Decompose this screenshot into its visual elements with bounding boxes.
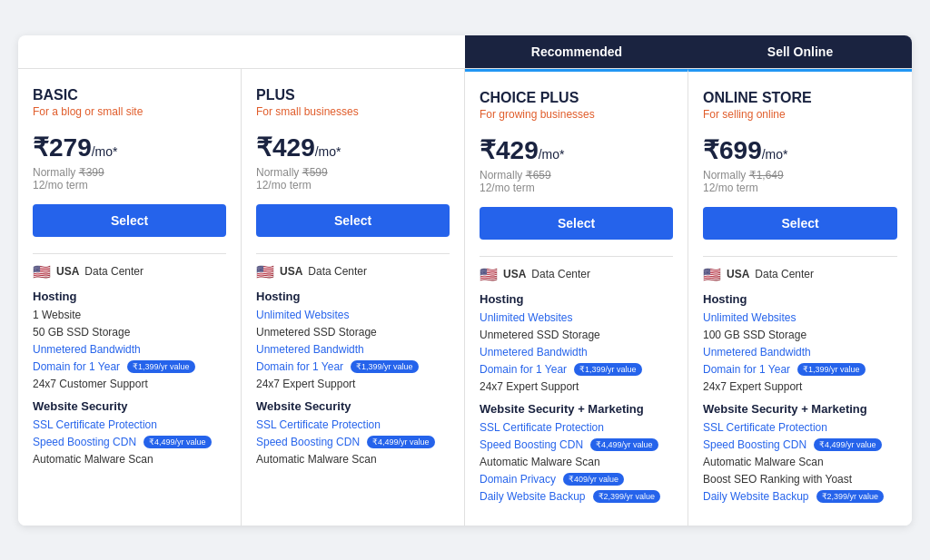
security-label: Website Security — [256, 399, 450, 413]
divider — [33, 253, 226, 254]
badge: ₹1,399/yr value — [127, 360, 195, 373]
per-mo: /mo* — [762, 147, 788, 162]
plan-price: ₹429/mo* — [480, 135, 673, 165]
select-button-online-store[interactable]: Select — [703, 207, 897, 240]
security-item: SSL Certificate Protection — [703, 421, 897, 434]
feature-item: 24x7 Expert Support — [480, 380, 673, 393]
feature-item: Unmetered Bandwidth — [480, 346, 673, 359]
feature-item: Unmetered Bandwidth — [33, 343, 226, 356]
data-center-row: 🇺🇸 USA Data Center — [33, 263, 226, 280]
data-center-row: 🇺🇸 USA Data Center — [703, 266, 897, 283]
badge: ₹4,499/yr value — [814, 438, 882, 451]
plan-subtitle: For a blog or small site — [33, 105, 226, 118]
security-item: Speed Boosting CDN₹4,499/yr value — [33, 436, 226, 448]
flag-icon: 🇺🇸 — [256, 263, 274, 280]
per-mo: /mo* — [539, 147, 565, 162]
feature-item: Unlimited Websites — [703, 311, 897, 324]
data-center-label: Data Center — [531, 268, 590, 280]
security-item: Daily Website Backup₹2,399/yr value — [480, 490, 673, 503]
security-item: Daily Website Backup₹2,399/yr value — [703, 490, 897, 503]
flag-icon: 🇺🇸 — [703, 266, 721, 283]
feature-item: Domain for 1 Year₹1,399/yr value — [480, 363, 673, 376]
feature-item: 100 GB SSD Storage — [703, 329, 897, 341]
plan-name: ONLINE STORE — [703, 90, 897, 106]
badge: ₹4,499/yr value — [367, 436, 435, 448]
data-center-row: 🇺🇸 USA Data Center — [480, 266, 673, 283]
badge: ₹1,399/yr value — [351, 360, 419, 373]
per-mo: /mo* — [315, 144, 341, 159]
flag-icon: 🇺🇸 — [33, 263, 51, 280]
plan-normally: Normally ₹659 — [480, 169, 673, 182]
feature-item: Unlimited Websites — [256, 309, 450, 321]
security-item: SSL Certificate Protection — [33, 418, 226, 431]
security-item: Boost SEO Ranking with Yoast — [703, 473, 897, 486]
flag-icon: 🇺🇸 — [480, 266, 498, 283]
badge: ₹1,399/yr value — [797, 363, 866, 376]
select-button-plus[interactable]: Select — [256, 204, 450, 237]
feature-item: Unmetered Bandwidth — [256, 343, 450, 356]
data-center-row: 🇺🇸 USA Data Center — [256, 263, 450, 280]
data-center-label: Data Center — [84, 265, 143, 278]
feature-item: 24x7 Expert Support — [703, 380, 897, 393]
security-label: Website Security — [33, 399, 226, 413]
plan-price: ₹429/mo* — [256, 133, 450, 162]
data-center-label: Data Center — [308, 265, 367, 278]
plan-subtitle: For small businesses — [256, 105, 450, 118]
select-button-choice-plus[interactable]: Select — [480, 207, 673, 240]
security-item: SSL Certificate Protection — [256, 418, 450, 431]
security-label: Website Security + Marketing — [703, 402, 897, 416]
usa-label: USA — [56, 265, 79, 278]
hosting-label: Hosting — [33, 290, 226, 303]
plan-price: ₹699/mo* — [703, 135, 897, 165]
plan-subtitle: For growing businesses — [480, 108, 673, 121]
security-item: Automatic Malware Scan — [703, 456, 897, 468]
recommended-label: Recommended — [465, 35, 688, 68]
plan-col-basic: BASIC For a blog or small site ₹279/mo* … — [18, 69, 242, 526]
plan-name: CHOICE PLUS — [480, 90, 673, 106]
plan-col-plus: PLUS For small businesses ₹429/mo* Norma… — [242, 69, 465, 526]
plan-price: ₹279/mo* — [33, 133, 226, 162]
plan-normally: Normally ₹1,649 — [703, 169, 897, 182]
security-label: Website Security + Marketing — [480, 402, 673, 416]
sell-online-label: Sell Online — [688, 35, 912, 68]
badge: ₹4,499/yr value — [143, 436, 212, 448]
security-item: Speed Boosting CDN₹4,499/yr value — [703, 438, 897, 451]
badge: ₹2,399/yr value — [816, 490, 885, 503]
badge: ₹4,499/yr value — [590, 438, 658, 451]
feature-item: Unmetered SSD Storage — [256, 326, 450, 339]
data-center-label: Data Center — [755, 268, 814, 280]
pricing-container: Recommended Sell Online BASIC For a blog… — [18, 35, 912, 526]
feature-item: 50 GB SSD Storage — [33, 326, 226, 339]
empty-label-2 — [242, 35, 465, 68]
empty-label-1 — [18, 35, 242, 68]
feature-item: Unlimited Websites — [480, 311, 673, 324]
badge: ₹409/yr value — [563, 473, 624, 486]
feature-item: Domain for 1 Year₹1,399/yr value — [703, 363, 897, 376]
divider — [256, 253, 450, 254]
hosting-label: Hosting — [703, 292, 897, 306]
badge: ₹2,399/yr value — [593, 490, 661, 503]
plan-term: 12/mo term — [256, 179, 450, 192]
security-item: Automatic Malware Scan — [33, 453, 226, 466]
plan-col-choice-plus: CHOICE PLUS For growing businesses ₹429/… — [465, 69, 688, 526]
feature-item: Unmetered SSD Storage — [480, 329, 673, 341]
select-button-basic[interactable]: Select — [33, 204, 226, 237]
per-mo: /mo* — [92, 144, 118, 159]
feature-item: 1 Website — [33, 309, 226, 321]
top-labels-row: Recommended Sell Online — [18, 35, 912, 68]
security-item: SSL Certificate Protection — [480, 421, 673, 434]
plan-name: BASIC — [33, 87, 226, 103]
plan-subtitle: For selling online — [703, 108, 897, 121]
security-item: Speed Boosting CDN₹4,499/yr value — [256, 436, 450, 448]
hosting-label: Hosting — [480, 292, 673, 306]
divider — [480, 256, 673, 257]
security-item: Speed Boosting CDN₹4,499/yr value — [480, 438, 673, 451]
plan-name: PLUS — [256, 87, 450, 103]
feature-item: Domain for 1 Year₹1,399/yr value — [256, 360, 450, 373]
usa-label: USA — [280, 265, 302, 278]
hosting-label: Hosting — [256, 290, 450, 303]
plan-col-online-store: ONLINE STORE For selling online ₹699/mo*… — [688, 69, 912, 526]
plans-grid: BASIC For a blog or small site ₹279/mo* … — [18, 68, 912, 526]
security-item: Domain Privacy₹409/yr value — [480, 473, 673, 486]
divider — [703, 256, 897, 257]
